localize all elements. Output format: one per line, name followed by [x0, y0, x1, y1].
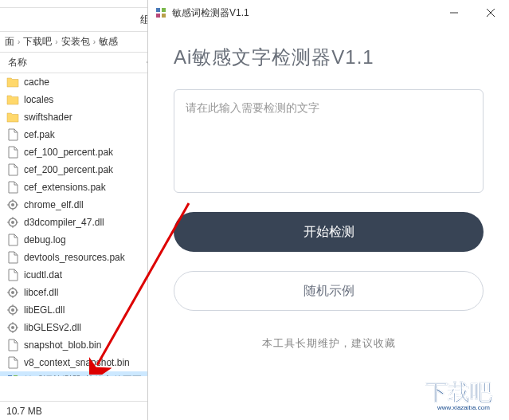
file-icon: [6, 163, 19, 176]
window-title: 敏感词检测器V1.1: [172, 6, 436, 20]
exe-icon: [6, 374, 19, 376]
svg-rect-34: [156, 8, 160, 12]
dll-icon: [6, 198, 19, 211]
file-item[interactable]: snapshot_blob.bin: [0, 336, 159, 354]
app-icon: [155, 6, 167, 19]
column-header-name[interactable]: 名称 ▾: [0, 53, 159, 73]
file-name: snapshot_blob.bin: [24, 340, 101, 351]
svg-point-19: [11, 308, 14, 312]
dll-icon: [6, 216, 19, 229]
explorer-top-border: [0, 0, 159, 8]
folder-icon: [6, 93, 19, 106]
svg-point-13: [11, 291, 14, 294]
breadcrumb-item[interactable]: 安装包: [61, 35, 90, 49]
watermark-logo: 下载吧 www.xiazaiba.com: [421, 372, 509, 412]
random-example-button[interactable]: 随机示例: [174, 271, 484, 311]
file-item[interactable]: locales: [0, 91, 159, 108]
file-item[interactable]: cef_extensions.pak: [0, 179, 159, 196]
status-bar: 10.7 MB: [0, 401, 159, 420]
status-text: 10.7 MB: [6, 406, 42, 417]
file-item[interactable]: libcef.dll: [0, 284, 159, 301]
file-icon: [6, 251, 19, 264]
svg-rect-30: [8, 375, 12, 376]
file-name: 敏感词检测器(其他文件不要: [24, 374, 142, 377]
chevron-right-icon: ›: [18, 37, 20, 46]
svg-rect-36: [156, 14, 160, 18]
dll-icon: [6, 321, 19, 334]
file-name: cef.pak: [24, 129, 55, 140]
svg-text:www.xiazaiba.com: www.xiazaiba.com: [437, 404, 490, 411]
file-icon: [6, 181, 19, 194]
app-content: Ai敏感文字检测器V1.1 请在此输入需要检测的文字 开始检测 随机示例 本工具…: [148, 26, 509, 370]
file-icon: [6, 356, 19, 369]
file-name: libcef.dll: [24, 287, 58, 298]
start-detect-button[interactable]: 开始检测: [174, 212, 484, 252]
footer-text: 本工具长期维护，建议收藏: [174, 336, 484, 351]
file-item[interactable]: cef_200_percent.pak: [0, 161, 159, 179]
folder-icon: [6, 111, 19, 124]
file-name: locales: [24, 94, 53, 105]
file-icon: [6, 146, 19, 159]
window-controls: [436, 0, 509, 26]
file-name: cef_extensions.pak: [24, 182, 106, 193]
breadcrumb-item[interactable]: 敏感: [99, 35, 118, 49]
minimize-button[interactable]: [436, 0, 472, 26]
svg-text:下载吧: 下载吧: [425, 380, 493, 405]
breadcrumb[interactable]: 面 › 下载吧 › 安装包 › 敏感: [0, 32, 159, 53]
svg-point-1: [11, 203, 14, 206]
file-name: devtools_resources.pak: [24, 252, 125, 263]
breadcrumb-item[interactable]: 面: [5, 35, 14, 49]
file-item[interactable]: cache: [0, 73, 159, 91]
file-name: d3dcompiler_47.dll: [24, 217, 104, 228]
file-name: v8_context_snapshot.bin: [24, 357, 130, 368]
file-item[interactable]: chrome_elf.dll: [0, 196, 159, 214]
file-item[interactable]: 敏感词检测器(其他文件不要: [0, 371, 159, 376]
file-name: libGLESv2.dll: [24, 322, 81, 333]
file-item[interactable]: debug.log: [0, 231, 159, 249]
file-explorer: 组 面 › 下载吧 › 安装包 › 敏感 名称 ▾ cachelocalessw…: [0, 0, 159, 420]
file-icon: [6, 339, 19, 351]
column-header-label: 名称: [8, 56, 27, 69]
file-item[interactable]: v8_context_snapshot.bin: [0, 354, 159, 371]
dll-icon: [6, 304, 19, 316]
file-name: cef_100_percent.pak: [24, 147, 113, 158]
chevron-right-icon: ›: [55, 37, 57, 46]
file-icon: [6, 234, 19, 246]
file-item[interactable]: icudtl.dat: [0, 266, 159, 284]
folder-icon: [6, 76, 19, 88]
close-button[interactable]: [472, 0, 509, 26]
svg-point-7: [11, 221, 14, 224]
file-item[interactable]: cef_100_percent.pak: [0, 143, 159, 161]
file-item[interactable]: libGLESv2.dll: [0, 319, 159, 336]
svg-rect-35: [162, 8, 166, 12]
svg-rect-37: [162, 14, 166, 18]
chevron-right-icon: ›: [93, 37, 96, 46]
file-item[interactable]: swiftshader: [0, 108, 159, 126]
app-window: 敏感词检测器V1.1 Ai敏感文字检测器V1.1 请在此输入需要检测的文字 开始…: [147, 0, 509, 420]
svg-point-25: [11, 326, 14, 329]
file-icon: [6, 269, 19, 281]
file-name: cache: [24, 77, 49, 88]
text-input[interactable]: 请在此输入需要检测的文字: [174, 89, 484, 193]
file-item[interactable]: cef.pak: [0, 126, 159, 143]
file-name: chrome_elf.dll: [24, 199, 84, 210]
dll-icon: [6, 286, 19, 299]
file-name: cef_200_percent.pak: [24, 164, 113, 175]
svg-rect-31: [14, 375, 18, 376]
titlebar[interactable]: 敏感词检测器V1.1: [148, 0, 509, 26]
file-icon: [6, 128, 19, 141]
file-item[interactable]: d3dcompiler_47.dll: [0, 214, 159, 231]
input-placeholder: 请在此输入需要检测的文字: [186, 101, 319, 114]
file-name: debug.log: [24, 234, 66, 245]
page-title: Ai敏感文字检测器V1.1: [174, 45, 484, 70]
file-name: swiftshader: [24, 112, 72, 123]
breadcrumb-item[interactable]: 下载吧: [23, 35, 52, 49]
explorer-toolbar: 组: [0, 8, 159, 32]
file-list[interactable]: cachelocalesswiftshadercef.pakcef_100_pe…: [0, 73, 159, 376]
file-name: icudtl.dat: [24, 269, 62, 281]
file-item[interactable]: libEGL.dll: [0, 301, 159, 319]
file-name: libEGL.dll: [24, 304, 65, 316]
file-item[interactable]: devtools_resources.pak: [0, 249, 159, 266]
